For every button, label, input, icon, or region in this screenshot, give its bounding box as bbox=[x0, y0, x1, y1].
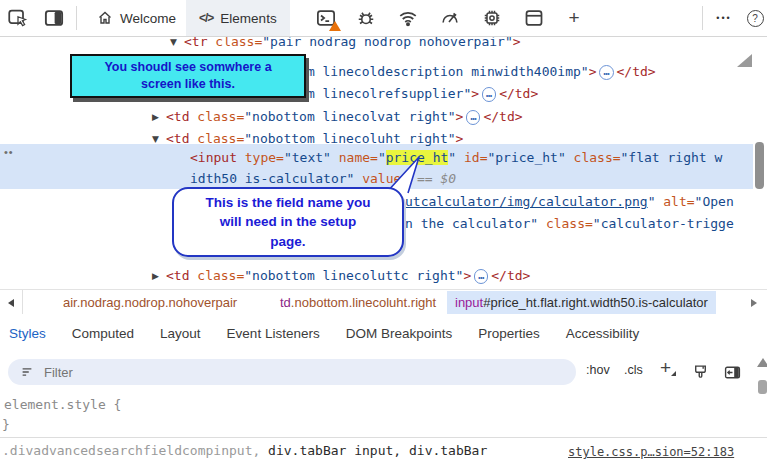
dom-scrollbar-thumb[interactable] bbox=[755, 142, 764, 189]
breadcrumb-item-tr[interactable]: air.nodrag.nodrop.nohoverpair bbox=[63, 290, 237, 315]
pseudo-class-toggle[interactable]: :hov bbox=[586, 363, 610, 377]
network-wifi-icon[interactable] bbox=[398, 8, 418, 28]
expand-node-ellipsis-button[interactable]: … bbox=[599, 65, 613, 80]
tab-properties[interactable]: Properties bbox=[478, 326, 540, 341]
more-tools-icon[interactable]: ••• bbox=[714, 8, 734, 28]
warning-badge-icon bbox=[329, 21, 341, 31]
code-icon: </> bbox=[199, 11, 213, 25]
breadcrumb-item-td[interactable]: td.nobottom.linecoluht.right bbox=[280, 290, 436, 315]
element-class-toggle[interactable]: .cls bbox=[624, 363, 643, 377]
element-style-rule-open[interactable]: element.style { bbox=[4, 394, 121, 415]
brush-icon[interactable] bbox=[690, 362, 710, 382]
home-icon bbox=[97, 10, 113, 26]
devtools-toolbar: Welcome </> Elements + ••• bbox=[0, 0, 767, 37]
tab-styles[interactable]: Styles bbox=[9, 326, 46, 341]
computed-sidebar-toggle-icon[interactable] bbox=[722, 362, 742, 382]
element-style-rule-close: } bbox=[2, 414, 10, 435]
breadcrumb-forward-button[interactable] bbox=[745, 290, 763, 315]
device-emulation-icon[interactable] bbox=[44, 8, 64, 28]
performance-gauge-icon[interactable] bbox=[440, 8, 460, 28]
annotation-note-field: This is the field name you will need in … bbox=[172, 187, 404, 257]
styles-filter-bar: :hov .cls + bbox=[0, 352, 767, 392]
scroll-up-arrow-icon[interactable] bbox=[757, 358, 767, 367]
debugger-bug-icon[interactable] bbox=[356, 8, 376, 28]
expand-node-ellipsis-button[interactable]: … bbox=[474, 269, 488, 284]
dom-tree-panel: •• ▼<tr class="pair nodrag nodrop nohove… bbox=[0, 36, 767, 289]
styles-rules-panel: element.style { } .divadvancedsearchfiel… bbox=[0, 392, 767, 463]
add-tab-icon[interactable]: + bbox=[564, 8, 584, 28]
breadcrumb: air.nodrag.nodrop.nohoverpair td.nobotto… bbox=[0, 289, 767, 316]
toolbar-divider bbox=[76, 6, 77, 30]
dom-tree-row[interactable]: n the calculator" class="calculator-trig… bbox=[405, 213, 734, 234]
styles-panel-tabs: Styles Computed Layout Event Listeners D… bbox=[0, 314, 767, 353]
dom-tree-row-selected-input[interactable]: <input type="text" name="price_ht" id="p… bbox=[190, 147, 722, 168]
memory-chip-icon[interactable] bbox=[482, 8, 502, 28]
filter-input[interactable] bbox=[42, 364, 526, 381]
dom-tree-row[interactable]: ▶<td class="nobottom linecoluttc right">… bbox=[152, 265, 530, 287]
rule-divider bbox=[0, 437, 767, 438]
console-icon[interactable] bbox=[316, 8, 336, 28]
expand-node-ellipsis-button[interactable]: … bbox=[466, 110, 480, 125]
css-selector-line[interactable]: .divadvancedsearchfieldcompinput, div.ta… bbox=[2, 440, 487, 461]
toolbar-divider bbox=[702, 6, 703, 30]
stylesheet-source-link[interactable]: style.css.p…sion=52:183 bbox=[568, 442, 734, 463]
help-icon[interactable]: ? bbox=[745, 8, 765, 28]
chevron-left-icon bbox=[8, 299, 14, 307]
devtools-window: Welcome </> Elements + ••• bbox=[0, 0, 767, 463]
styles-scrollbar-thumb[interactable] bbox=[758, 380, 767, 394]
application-icon[interactable] bbox=[524, 8, 544, 28]
tab-welcome-label: Welcome bbox=[120, 11, 176, 26]
style-filter-field[interactable] bbox=[8, 359, 576, 385]
tab-computed[interactable]: Computed bbox=[72, 326, 134, 341]
tab-welcome[interactable]: Welcome bbox=[84, 0, 189, 36]
dom-tree-row[interactable]: ▼<tr class="pair nodrag nodrop nohoverpa… bbox=[170, 36, 521, 53]
scroll-arrow-icon[interactable] bbox=[737, 54, 752, 67]
new-style-rule-button[interactable]: + bbox=[660, 357, 671, 379]
tab-event-listeners[interactable]: Event Listeners bbox=[227, 326, 320, 341]
annotation-note-screen: You shoudl see somwhere a screen like th… bbox=[70, 54, 306, 98]
inspect-element-icon[interactable] bbox=[8, 8, 28, 28]
tab-elements[interactable]: </> Elements bbox=[186, 0, 290, 36]
gutter-dots: •• bbox=[4, 146, 14, 158]
tab-layout[interactable]: Layout bbox=[160, 326, 201, 341]
breadcrumb-back-button[interactable] bbox=[0, 290, 23, 315]
dom-tree-row-selected-input-wrap[interactable]: idth50 is-calculator" value == $0 bbox=[190, 168, 456, 189]
chevron-right-icon bbox=[751, 299, 757, 307]
breadcrumb-item-input-selected[interactable]: input#price_ht.flat.right.width50.is-cal… bbox=[447, 291, 716, 314]
dom-tree-row[interactable]: ▶<td class="nobottom linecolvat right">…… bbox=[152, 106, 523, 128]
dom-tree-row[interactable]: utcalculator/img/calculator.png" alt="Op… bbox=[405, 191, 734, 212]
tab-elements-label: Elements bbox=[220, 11, 276, 26]
tab-accessibility[interactable]: Accessibility bbox=[566, 326, 640, 341]
expand-node-ellipsis-button[interactable]: … bbox=[482, 87, 496, 102]
tab-dom-breakpoints[interactable]: DOM Breakpoints bbox=[346, 326, 453, 341]
filter-icon bbox=[20, 365, 34, 379]
